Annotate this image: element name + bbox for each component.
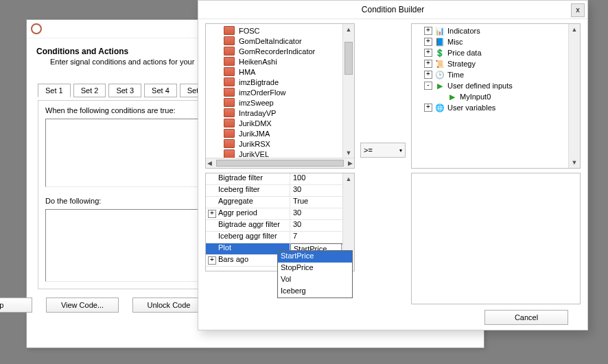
tree-node-label: User defined inputs (447, 82, 513, 90)
indicator-item[interactable]: HeikenAshi (206, 56, 354, 66)
tree-scrollbar[interactable]: ▲ ▼ (568, 24, 580, 168)
tree-item[interactable]: ▶MyInput0 (412, 91, 580, 102)
indicator-icon (224, 88, 235, 97)
hscroll-thumb[interactable] (216, 160, 344, 167)
expand-icon[interactable]: + (424, 104, 432, 112)
tree-node-icon: 📜 (435, 59, 445, 69)
indicator-icon (224, 139, 235, 148)
property-grid[interactable]: Bigtrade filter100Iceberg filter30Aggreg… (205, 173, 355, 271)
plot-dropdown-popup: StartPriceStopPriceVolIceberg (277, 250, 353, 298)
indicator-label: FOSC (239, 27, 260, 35)
indicator-label: GomRecorderIndicator (239, 47, 315, 56)
property-row[interactable]: Bigtrade filter100 (206, 173, 354, 185)
operator-value: >= (364, 146, 373, 154)
tree-item[interactable]: +📊Indicators (412, 25, 580, 36)
indicator-item[interactable]: HMA (206, 66, 354, 77)
scroll-thumb[interactable] (344, 42, 353, 75)
indicator-item[interactable]: JurikJMA (206, 128, 354, 138)
tree-node-icon: 🌐 (435, 103, 445, 112)
help-button[interactable]: Help (0, 298, 32, 313)
property-row[interactable]: AggregateTrue (206, 197, 354, 208)
indicator-item[interactable]: JurikDMX (206, 118, 354, 128)
indicator-label: JurikJMA (239, 130, 270, 138)
indicator-icon (224, 129, 235, 138)
indicator-label: imzOrderFlow (239, 88, 285, 97)
indicator-item[interactable]: imzBigtrade (206, 77, 354, 87)
plot-option[interactable]: StopPrice (278, 263, 352, 274)
close-button[interactable]: x (571, 3, 585, 17)
unlock-code-button[interactable]: Unlock Code (132, 298, 205, 313)
tab-set3[interactable]: Set 3 (108, 84, 141, 97)
expand-icon[interactable]: + (424, 60, 432, 68)
operator-select[interactable]: >= ▾ (360, 143, 406, 158)
value-tree[interactable]: +📊Indicators+📘Misc+💲Price data+📜Strategy… (411, 23, 581, 169)
indicator-label: imzBigtrade (239, 78, 279, 86)
expand-icon[interactable]: + (424, 38, 432, 46)
scroll-up-icon[interactable]: ▲ (343, 173, 354, 184)
tab-set4[interactable]: Set 4 (144, 84, 177, 97)
tree-item[interactable]: -▶User defined inputs (412, 80, 580, 91)
scroll-right-icon[interactable]: ▶ (348, 160, 353, 167)
tree-item[interactable]: +💲Price data (412, 47, 580, 58)
scroll-down-icon[interactable]: ▼ (343, 147, 354, 158)
scroll-up-icon[interactable]: ▲ (343, 24, 354, 35)
indicator-item[interactable]: GomRecorderIndicator (206, 46, 354, 56)
indicator-icon (224, 77, 235, 86)
tree-item[interactable]: +🕒Time (412, 69, 580, 80)
chevron-down-icon: ▾ (399, 147, 402, 154)
indicator-label: GomDeltaIndicator (239, 37, 302, 45)
property-name: Aggregate (206, 197, 290, 208)
indicator-icon (224, 67, 235, 76)
scroll-left-icon[interactable]: ◀ (207, 160, 212, 167)
tree-node-label: Time (447, 71, 464, 79)
cb-cancel-button[interactable]: Cancel (484, 310, 568, 325)
property-name: +Aggr period (206, 208, 290, 219)
app-logo-icon (31, 23, 42, 34)
condition-builder-window: Condition Builder x FOSCGomDeltaIndicato… (198, 0, 588, 330)
expand-icon[interactable]: + (424, 71, 432, 79)
property-name: Bigtrade filter (206, 173, 290, 184)
tree-node-label: Indicators (447, 27, 480, 35)
indicator-list[interactable]: FOSCGomDeltaIndicatorGomRecorderIndicato… (205, 23, 355, 169)
plot-option[interactable]: Vol (278, 274, 352, 286)
tab-set1[interactable]: Set 1 (38, 84, 71, 97)
cb-titlebar: Condition Builder x (198, 1, 587, 19)
indicator-label: JurikVEL (239, 150, 269, 158)
indicator-item[interactable]: IntradayVP (206, 108, 354, 118)
indicator-item[interactable]: imzSweep (206, 97, 354, 108)
scroll-down-icon[interactable]: ▼ (569, 157, 580, 168)
property-name: Iceberg aggr filter (206, 232, 290, 243)
tree-node-icon: ▶ (435, 81, 445, 90)
tree-item[interactable]: +🌐User variables (412, 102, 580, 113)
property-row[interactable]: Iceberg aggr filter7 (206, 232, 354, 243)
expand-icon[interactable]: + (424, 49, 432, 57)
property-row[interactable]: Bigtrade aggr filter30 (206, 220, 354, 232)
horizontal-scrollbar[interactable]: ◀ ▶ (206, 158, 354, 168)
collapse-icon[interactable]: - (424, 82, 432, 90)
vertical-scrollbar[interactable]: ▲ ▼ (342, 24, 354, 158)
indicator-item[interactable]: GomDeltaIndicator (206, 36, 354, 46)
tree-node-label: Strategy (447, 60, 476, 68)
tree-node-icon: ▶ (447, 92, 457, 101)
cb-title: Condition Builder (362, 5, 424, 14)
indicator-item[interactable]: imzOrderFlow (206, 87, 354, 97)
scroll-up-icon[interactable]: ▲ (569, 24, 580, 35)
indicator-label: HMA (239, 68, 255, 76)
tree-item[interactable]: +📘Misc (412, 36, 580, 47)
view-code-button[interactable]: View Code... (46, 298, 119, 313)
expand-icon[interactable]: + (424, 27, 432, 35)
tab-set2[interactable]: Set 2 (73, 84, 106, 97)
tree-node-icon: 🕒 (435, 70, 445, 80)
plot-option[interactable]: Iceberg (278, 286, 352, 298)
property-row[interactable]: Iceberg filter30 (206, 185, 354, 197)
tree-node-label: Misc (447, 38, 463, 46)
plot-option[interactable]: StartPrice (278, 251, 352, 263)
expander-icon[interactable]: + (208, 210, 216, 218)
indicator-item[interactable]: FOSC (206, 25, 354, 36)
expander-icon[interactable]: + (208, 256, 216, 265)
tree-item[interactable]: +📜Strategy (412, 58, 580, 69)
property-row[interactable]: +Aggr period30 (206, 208, 354, 220)
indicator-item[interactable]: JurikRSX (206, 138, 354, 149)
indicator-label: imzSweep (239, 99, 274, 107)
indicator-icon (224, 119, 235, 128)
